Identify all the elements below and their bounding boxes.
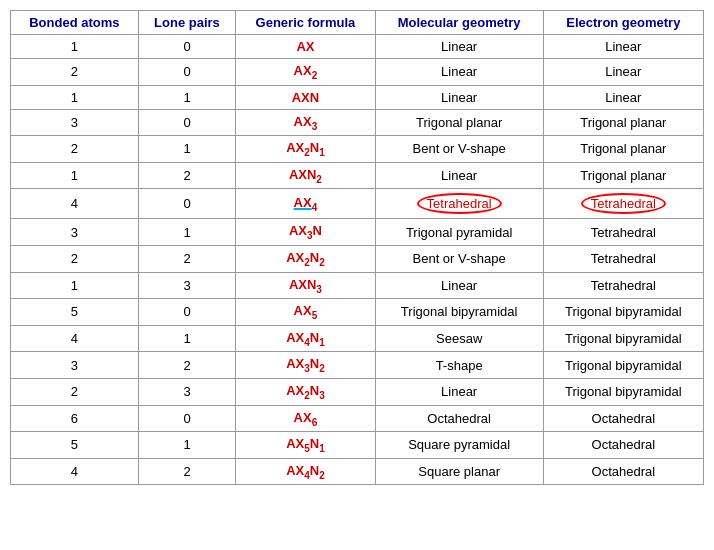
cell-lone-pairs: 1 [138, 325, 235, 352]
cell-electron-geometry: Tetrahedral [543, 272, 703, 299]
header-molecular-geometry: Molecular geometry [375, 11, 543, 35]
cell-molecular-geometry: Tetrahedral [375, 189, 543, 219]
cell-molecular-geometry: Trigonal bipyramidal [375, 299, 543, 326]
cell-formula: AX3N2 [236, 352, 375, 379]
cell-formula: AX4N1 [236, 325, 375, 352]
cell-electron-geometry: Trigonal planar [543, 109, 703, 136]
molecular-geometry-table: Bonded atoms Lone pairs Generic formula … [10, 10, 704, 485]
cell-bonded: 2 [11, 245, 139, 272]
cell-formula: AX4 [236, 189, 375, 219]
cell-formula: AXN [236, 85, 375, 109]
cell-lone-pairs: 2 [138, 352, 235, 379]
cell-bonded: 1 [11, 35, 139, 59]
cell-electron-geometry: Trigonal planar [543, 162, 703, 189]
header-bonded-atoms: Bonded atoms [11, 11, 139, 35]
cell-lone-pairs: 1 [138, 136, 235, 163]
cell-lone-pairs: 2 [138, 458, 235, 485]
cell-lone-pairs: 1 [138, 432, 235, 459]
cell-molecular-geometry: T-shape [375, 352, 543, 379]
cell-bonded: 6 [11, 405, 139, 432]
cell-formula: AX [236, 35, 375, 59]
header-generic-formula: Generic formula [236, 11, 375, 35]
cell-bonded: 4 [11, 189, 139, 219]
cell-lone-pairs: 3 [138, 272, 235, 299]
cell-molecular-geometry: Linear [375, 378, 543, 405]
cell-formula: AX3 [236, 109, 375, 136]
cell-lone-pairs: 0 [138, 189, 235, 219]
cell-molecular-geometry: Trigonal planar [375, 109, 543, 136]
cell-lone-pairs: 2 [138, 245, 235, 272]
cell-lone-pairs: 0 [138, 109, 235, 136]
cell-formula: AX5N1 [236, 432, 375, 459]
cell-electron-geometry: Trigonal planar [543, 136, 703, 163]
cell-bonded: 5 [11, 432, 139, 459]
cell-molecular-geometry: Linear [375, 85, 543, 109]
cell-bonded: 2 [11, 378, 139, 405]
cell-lone-pairs: 0 [138, 299, 235, 326]
cell-formula: AX2 [236, 59, 375, 86]
cell-molecular-geometry: Octahedral [375, 405, 543, 432]
cell-lone-pairs: 1 [138, 85, 235, 109]
cell-formula: AX3N [236, 219, 375, 246]
cell-electron-geometry: Tetrahedral [543, 189, 703, 219]
cell-bonded: 4 [11, 325, 139, 352]
cell-bonded: 5 [11, 299, 139, 326]
cell-formula: AXN3 [236, 272, 375, 299]
cell-bonded: 2 [11, 59, 139, 86]
cell-electron-geometry: Trigonal bipyramidal [543, 325, 703, 352]
cell-bonded: 1 [11, 85, 139, 109]
cell-formula: AX5 [236, 299, 375, 326]
cell-electron-geometry: Octahedral [543, 405, 703, 432]
cell-molecular-geometry: Linear [375, 272, 543, 299]
cell-lone-pairs: 0 [138, 59, 235, 86]
cell-lone-pairs: 2 [138, 162, 235, 189]
cell-lone-pairs: 0 [138, 35, 235, 59]
cell-formula: AXN2 [236, 162, 375, 189]
cell-electron-geometry: Octahedral [543, 458, 703, 485]
cell-bonded: 3 [11, 352, 139, 379]
cell-molecular-geometry: Linear [375, 59, 543, 86]
cell-electron-geometry: Trigonal bipyramidal [543, 299, 703, 326]
cell-bonded: 1 [11, 162, 139, 189]
cell-molecular-geometry: Bent or V-shape [375, 245, 543, 272]
cell-molecular-geometry: Seesaw [375, 325, 543, 352]
cell-bonded: 1 [11, 272, 139, 299]
cell-lone-pairs: 0 [138, 405, 235, 432]
cell-molecular-geometry: Linear [375, 35, 543, 59]
cell-bonded: 4 [11, 458, 139, 485]
cell-electron-geometry: Trigonal bipyramidal [543, 352, 703, 379]
header-lone-pairs: Lone pairs [138, 11, 235, 35]
cell-electron-geometry: Trigonal bipyramidal [543, 378, 703, 405]
cell-molecular-geometry: Square pyramidal [375, 432, 543, 459]
cell-lone-pairs: 1 [138, 219, 235, 246]
cell-formula: AX2N3 [236, 378, 375, 405]
cell-molecular-geometry: Linear [375, 162, 543, 189]
header-electron-geometry: Electron geometry [543, 11, 703, 35]
cell-electron-geometry: Linear [543, 59, 703, 86]
cell-bonded: 2 [11, 136, 139, 163]
cell-molecular-geometry: Square planar [375, 458, 543, 485]
cell-electron-geometry: Linear [543, 35, 703, 59]
cell-electron-geometry: Tetrahedral [543, 245, 703, 272]
cell-electron-geometry: Tetrahedral [543, 219, 703, 246]
cell-lone-pairs: 3 [138, 378, 235, 405]
cell-bonded: 3 [11, 109, 139, 136]
cell-bonded: 3 [11, 219, 139, 246]
cell-formula: AX6 [236, 405, 375, 432]
cell-electron-geometry: Linear [543, 85, 703, 109]
cell-molecular-geometry: Trigonal pyramidal [375, 219, 543, 246]
cell-formula: AX2N1 [236, 136, 375, 163]
cell-molecular-geometry: Bent or V-shape [375, 136, 543, 163]
cell-electron-geometry: Octahedral [543, 432, 703, 459]
cell-formula: AX4N2 [236, 458, 375, 485]
cell-formula: AX2N2 [236, 245, 375, 272]
